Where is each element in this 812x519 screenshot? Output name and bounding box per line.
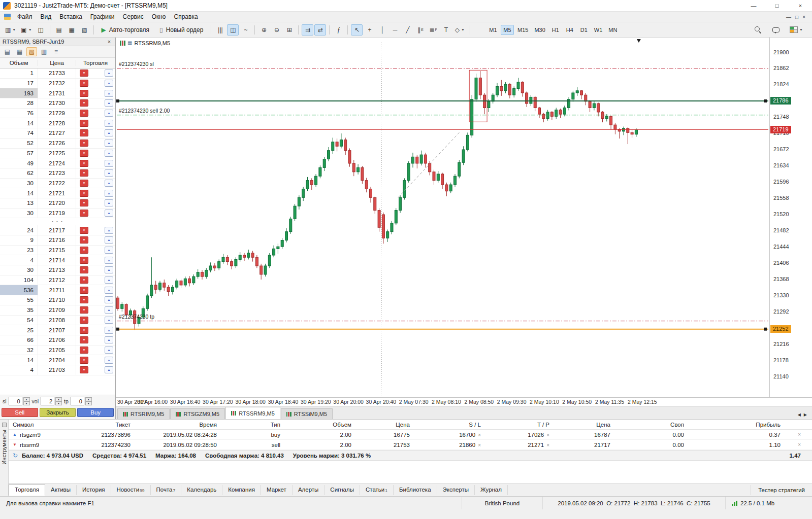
trade-column-header-0[interactable]: Символ [9, 422, 92, 428]
dom-sell-button[interactable]: ▼ [80, 110, 88, 117]
toolbox-tab-10[interactable]: Статьи1 [360, 485, 394, 495]
dom-sell-button[interactable]: ▼ [80, 236, 88, 244]
dom-buy-button[interactable]: ▲ [105, 140, 113, 147]
dom-buy-button[interactable]: ▲ [105, 306, 113, 314]
zoom-out-button[interactable]: ⊖ [271, 24, 282, 36]
dom-sell-button[interactable]: ▼ [80, 90, 88, 97]
dom-buy-button[interactable]: ▲ [105, 236, 113, 244]
market-watch-button[interactable]: ▤ [53, 24, 65, 36]
window-layout-button[interactable]: ◫ [35, 24, 47, 36]
dom-sell-button[interactable]: ▼ [80, 287, 88, 294]
horizontal-line-button[interactable]: ─ [389, 24, 401, 36]
search-button[interactable] [752, 24, 764, 36]
timeframe-m15[interactable]: M15 [515, 25, 531, 35]
mdi-restore-button[interactable]: □ [795, 14, 798, 20]
new-order-button[interactable]: ▯Новый ордер [155, 24, 208, 36]
bars-chart-type-button[interactable]: ||| [214, 24, 226, 36]
equidistant-channel-button[interactable]: ∥E [414, 24, 426, 36]
minimize-button[interactable]: — [742, 0, 765, 11]
toolbox-tab-9[interactable]: Сигналы [324, 485, 360, 495]
dom-buy-button[interactable]: ▲ [105, 110, 113, 117]
chart-tab-2[interactable]: RTSSRM9,M5 [225, 407, 280, 419]
sell-button[interactable]: Sell [2, 408, 38, 417]
toolbox-tab-8[interactable]: Алерты [293, 485, 324, 495]
remove-tp-button[interactable]: × [546, 442, 549, 448]
toolbox-tab-7[interactable]: Маркет [261, 485, 293, 495]
timeframe-m5[interactable]: M5 [501, 25, 514, 35]
toolbox-tab-3[interactable]: Новости99 [111, 485, 151, 495]
dom-buy-button[interactable]: ▲ [105, 357, 113, 364]
dom-sell-button[interactable]: ▼ [80, 317, 88, 324]
menu-item-5[interactable]: Окно [148, 12, 170, 21]
workspace-layout-button[interactable]: ▼ [788, 24, 805, 36]
close-position-button[interactable]: Закрыть [40, 408, 76, 417]
dom-buy-button[interactable]: ▲ [105, 99, 113, 107]
mdi-minimize-button[interactable]: — [786, 14, 791, 20]
dom-sell-button[interactable]: ▼ [80, 199, 88, 206]
position-row[interactable]: ▲rtsgzm92123738962019.05.02 08:24:28buy2… [9, 430, 812, 440]
tp-stepper[interactable]: ▲▼ [85, 397, 92, 405]
tab-scroll-left-icon[interactable]: ◀ [798, 412, 801, 417]
dom-sell-button[interactable]: ▼ [80, 180, 88, 187]
dom-sell-button[interactable]: ▼ [80, 80, 88, 87]
dom-sell-button[interactable]: ▼ [80, 160, 88, 167]
dom-sell-button[interactable]: ▼ [80, 366, 88, 373]
vertical-line-button[interactable]: │ [376, 24, 388, 36]
dom-buy-button[interactable]: ▲ [105, 227, 113, 234]
chart-tab-3[interactable]: RTSSiM9,M5 [281, 408, 333, 419]
trade-column-header-4[interactable]: Объем [285, 422, 356, 428]
chart-tab-1[interactable]: RTSGZM9,M5 [170, 408, 225, 419]
dom-buy-button[interactable]: ▲ [105, 199, 113, 206]
data-window-button[interactable]: ▦ [66, 24, 78, 36]
dom-buy-button[interactable]: ▲ [105, 160, 113, 167]
dom-buy-button[interactable]: ▲ [105, 90, 113, 97]
timeframe-mn[interactable]: MN [606, 25, 620, 35]
dom-sell-button[interactable]: ▼ [80, 227, 88, 234]
tab-scroll-right-icon[interactable]: ▶ [804, 412, 807, 417]
maximize-button[interactable]: □ [765, 0, 789, 11]
dom-buy-button[interactable]: ▲ [105, 190, 113, 197]
new-chart-button[interactable]: ▥▼ [3, 24, 18, 36]
dom-buy-button[interactable]: ▲ [105, 327, 113, 334]
price-axis[interactable]: 2190021862218242178621748217102167221634… [769, 38, 812, 397]
trade-column-header-10[interactable]: Прибыль [689, 422, 786, 428]
chart-tab-0[interactable]: RTSRIM9,M5 [117, 408, 170, 419]
trade-column-header-9[interactable]: Своп [615, 422, 689, 428]
quotes-view-button[interactable]: ▦ [14, 47, 25, 56]
dom-buy-button[interactable]: ▲ [105, 120, 113, 127]
toolbox-tab-13[interactable]: Журнал [475, 485, 508, 495]
trade-column-header-1[interactable]: Тикет [92, 422, 136, 428]
trade-column-header-3[interactable]: Тип [222, 422, 285, 428]
toolbox-tab-12[interactable]: Эксперты [437, 485, 475, 495]
timeframe-m1[interactable]: M1 [486, 25, 500, 35]
auto-scroll-button[interactable]: ⇉ [302, 24, 313, 36]
dom-buy-button[interactable]: ▲ [105, 70, 113, 77]
dom-buy-button[interactable]: ▲ [105, 150, 113, 157]
dom-sell-button[interactable]: ▼ [80, 336, 88, 343]
dom-sell-button[interactable]: ▼ [80, 357, 88, 364]
toolbox-tab-0[interactable]: Торговля [9, 485, 45, 496]
dom-sell-button[interactable]: ▼ [80, 120, 88, 127]
vol-input[interactable]: 2 [41, 397, 54, 405]
chart-shift-button[interactable]: ⇄ [314, 24, 326, 36]
dom-buy-button[interactable]: ▲ [105, 296, 113, 303]
toolbox-tab-2[interactable]: История [77, 485, 111, 495]
timeframe-w1[interactable]: W1 [592, 25, 605, 35]
timeframe-m30[interactable]: M30 [532, 25, 547, 35]
toolbox-side-tab[interactable]: Инструменты [0, 419, 9, 496]
dom-buy-button[interactable]: ▲ [105, 366, 113, 373]
menu-item-1[interactable]: Вид [37, 12, 56, 21]
timeframe-h1[interactable]: H1 [549, 25, 562, 35]
toolbox-tab-11[interactable]: Библиотека [394, 485, 437, 495]
depth-view-button[interactable]: ▤ [2, 47, 13, 56]
dom-sell-button[interactable]: ▼ [80, 99, 88, 107]
dom-sell-button[interactable]: ▼ [80, 70, 88, 77]
tab-strategy-tester[interactable]: Тестер стратегий [751, 485, 812, 495]
trendline-button[interactable]: ╱ [402, 24, 413, 36]
dom-sell-button[interactable]: ▼ [80, 347, 88, 354]
timeframe-h4[interactable]: H4 [563, 25, 576, 35]
dom-buy-button[interactable]: ▲ [105, 276, 113, 284]
trade-column-header-6[interactable]: S / L [415, 422, 486, 428]
menu-item-4[interactable]: Сервис [119, 12, 148, 21]
dom-buy-button[interactable]: ▲ [105, 336, 113, 343]
